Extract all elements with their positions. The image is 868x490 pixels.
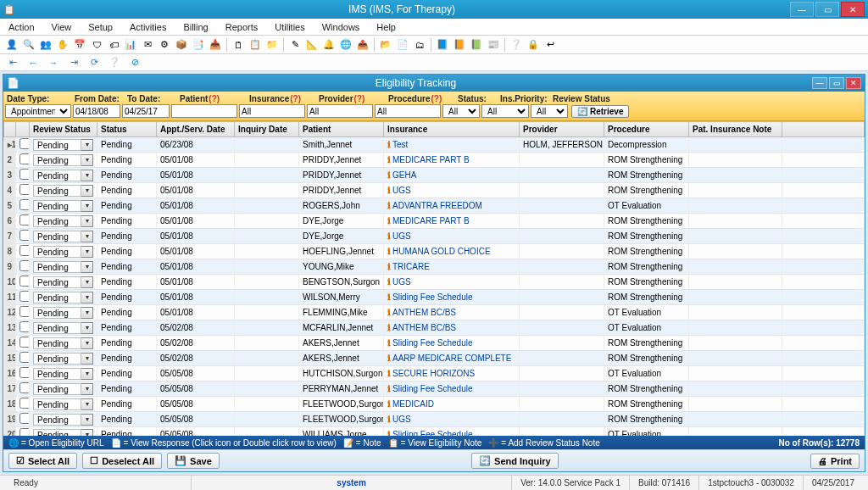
toolbar-icon[interactable]: 📑: [191, 37, 206, 53]
toolbar-icon[interactable]: 📊: [123, 37, 138, 53]
row-checkbox[interactable]: [16, 366, 30, 381]
chevron-down-icon[interactable]: ▾: [81, 170, 93, 181]
review-status-cell[interactable]: Pending▾: [30, 214, 97, 229]
toolbar-icon[interactable]: 📙: [452, 37, 467, 53]
review-status-select[interactable]: All: [531, 104, 568, 118]
row-checkbox[interactable]: [16, 229, 30, 244]
insurance-cell[interactable]: ℹANTHEM BC/BS: [384, 305, 520, 320]
insurance-cell[interactable]: ℹSliding Fee Schedule: [384, 381, 520, 397]
insurance-cell[interactable]: ℹANTHEM BC/BS: [384, 320, 520, 336]
col-header[interactable]: Appt./Serv. Date: [157, 122, 235, 137]
table-row[interactable]: 11Pending▾Pending05/01/08WILSON,MerryℹSl…: [4, 290, 865, 305]
insurance-cell[interactable]: ℹTRICARE: [384, 259, 520, 275]
print-button[interactable]: 🖨Print: [810, 454, 860, 469]
menu-utilities[interactable]: Utilities: [266, 19, 313, 35]
col-header[interactable]: Inquiry Date: [235, 122, 299, 137]
row-checkbox[interactable]: [16, 320, 30, 336]
table-row[interactable]: 19Pending▾Pending05/05/08FLEETWOOD,Surgo…: [4, 412, 865, 427]
review-status-cell[interactable]: Pending▾: [30, 305, 97, 320]
close-button[interactable]: ✕: [841, 2, 865, 17]
row-checkbox[interactable]: [16, 153, 30, 168]
toolbar-icon[interactable]: ✉: [140, 37, 155, 53]
toolbar-icon[interactable]: 📂: [378, 37, 393, 53]
insurance-cell[interactable]: ℹHUMANA GOLD CHOICE: [384, 244, 520, 259]
chevron-down-icon[interactable]: ▾: [81, 154, 93, 166]
col-header[interactable]: Provider: [520, 122, 604, 137]
row-checkbox[interactable]: [16, 412, 30, 427]
table-row[interactable]: ▸1Pending▾Pending06/23/08Smith,JennetℹTe…: [4, 137, 865, 153]
table-row[interactable]: 7Pending▾Pending05/01/08DYE,JorgeℹUGSROM…: [4, 229, 865, 244]
refresh-icon[interactable]: ⟳: [86, 56, 102, 70]
insurance-cell[interactable]: ℹUGS: [384, 412, 520, 427]
chevron-down-icon[interactable]: ▾: [81, 276, 93, 288]
nav-next-icon[interactable]: →: [46, 56, 61, 70]
chevron-down-icon[interactable]: ▾: [81, 414, 93, 426]
toolbar-icon[interactable]: 📤: [355, 37, 370, 53]
table-row[interactable]: 14Pending▾Pending05/02/08AKERS,JennetℹSl…: [4, 336, 865, 351]
insurance-cell[interactable]: ℹUGS: [384, 275, 520, 290]
table-row[interactable]: 13Pending▾Pending05/02/08MCFARLIN,Jennet…: [4, 320, 865, 336]
toolbar-icon[interactable]: 📥: [208, 37, 223, 53]
stop-icon[interactable]: ⊘: [127, 56, 142, 70]
col-header[interactable]: Pat. Insurance Note: [689, 122, 782, 137]
chevron-down-icon[interactable]: ▾: [81, 185, 93, 197]
col-header[interactable]: Patient: [299, 122, 384, 137]
toolbar-icon[interactable]: 🗂: [412, 37, 427, 53]
row-checkbox[interactable]: [16, 259, 30, 275]
review-status-cell[interactable]: Pending▾: [30, 168, 97, 183]
row-checkbox[interactable]: [16, 305, 30, 320]
table-row[interactable]: 2Pending▾Pending05/01/08PRIDDY,JennetℹME…: [4, 153, 865, 168]
insurance-input[interactable]: [239, 104, 305, 118]
review-status-cell[interactable]: Pending▾: [30, 381, 97, 397]
col-header[interactable]: [782, 122, 865, 137]
review-status-cell[interactable]: Pending▾: [30, 259, 97, 275]
save-button[interactable]: 💾Save: [167, 453, 220, 469]
chevron-down-icon[interactable]: ▾: [81, 383, 93, 395]
chevron-down-icon[interactable]: ▾: [81, 261, 93, 273]
table-row[interactable]: 9Pending▾Pending05/01/08YOUNG,MikeℹTRICA…: [4, 259, 865, 275]
insurance-cell[interactable]: ℹGEHA: [384, 168, 520, 183]
menu-reports[interactable]: Reports: [217, 19, 267, 35]
table-row[interactable]: 17Pending▾Pending05/05/08PERRYMAN,Jennet…: [4, 381, 865, 397]
table-row[interactable]: 5Pending▾Pending05/01/08ROGERS,JohnℹADVA…: [4, 198, 865, 214]
review-status-cell[interactable]: Pending▾: [30, 137, 97, 153]
table-row[interactable]: 4Pending▾Pending05/01/08PRIDDY,JennetℹUG…: [4, 183, 865, 198]
inner-close-button[interactable]: ✕: [846, 77, 861, 89]
chevron-down-icon[interactable]: ▾: [81, 353, 93, 365]
toolbar-icon[interactable]: 🔒: [526, 37, 541, 53]
row-checkbox[interactable]: [16, 290, 30, 305]
toolbar-icon[interactable]: 📦: [174, 37, 189, 53]
review-status-cell[interactable]: Pending▾: [30, 153, 97, 168]
chevron-down-icon[interactable]: ▾: [81, 231, 93, 242]
toolbar-icon[interactable]: 🛡: [89, 37, 104, 53]
toolbar-icon[interactable]: 🗒: [231, 37, 246, 53]
review-status-cell[interactable]: Pending▾: [30, 275, 97, 290]
row-checkbox[interactable]: [16, 137, 30, 153]
deselect-all-button[interactable]: ☐Deselect All: [82, 453, 162, 469]
toolbar-icon[interactable]: 📅: [72, 37, 87, 53]
chevron-down-icon[interactable]: ▾: [81, 139, 93, 151]
toolbar-icon[interactable]: 🔔: [321, 37, 337, 53]
nav-last-icon[interactable]: ⇥: [66, 56, 81, 70]
toolbar-icon[interactable]: ⚙: [157, 37, 172, 53]
table-row[interactable]: 12Pending▾Pending05/01/08FLEMMING,MikeℹA…: [4, 305, 865, 320]
chevron-down-icon[interactable]: ▾: [81, 368, 93, 380]
row-checkbox[interactable]: [16, 214, 30, 229]
toolbar-icon[interactable]: ✎: [287, 37, 303, 53]
review-status-cell[interactable]: Pending▾: [30, 290, 97, 305]
chevron-down-icon[interactable]: ▾: [81, 200, 93, 212]
review-status-cell[interactable]: Pending▾: [30, 427, 97, 437]
chevron-down-icon[interactable]: ▾: [81, 322, 93, 334]
insurance-cell[interactable]: ℹSliding Fee Schedule: [384, 290, 520, 305]
chevron-down-icon[interactable]: ▾: [81, 246, 93, 258]
retrieve-button[interactable]: 🔄Retrieve: [571, 105, 629, 118]
insurance-cell[interactable]: ℹADVANTRA FREEDOM: [384, 198, 520, 214]
minimize-button[interactable]: —: [790, 2, 814, 17]
col-header[interactable]: [4, 122, 16, 137]
insurance-cell[interactable]: ℹMEDICARE PART B: [384, 153, 520, 168]
review-status-cell[interactable]: Pending▾: [30, 397, 97, 412]
toolbar-icon[interactable]: 👤: [4, 37, 19, 53]
toolbar-icon[interactable]: ❔: [509, 37, 524, 53]
toolbar-icon[interactable]: 📁: [264, 37, 280, 53]
review-status-cell[interactable]: Pending▾: [30, 244, 97, 259]
